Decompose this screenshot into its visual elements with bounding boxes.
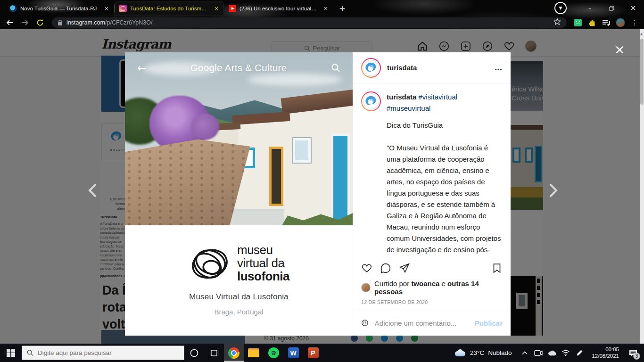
turisguia-favicon	[9, 5, 17, 12]
back-icon[interactable]	[4, 17, 16, 28]
media-control-icon[interactable]: ▼	[554, 2, 567, 14]
museum-logo-wordmark: museu virtual da lusofonia	[237, 243, 289, 283]
museum-info-panel: museu virtual da lusofonia Museu Virtual…	[125, 225, 353, 336]
caption-avatar[interactable]	[361, 91, 381, 111]
url-text: instagram.com/p/CFCzr6YpN3O/	[66, 19, 152, 26]
lock-icon	[58, 19, 63, 26]
playlist-extension-icon[interactable]	[601, 17, 612, 28]
post-photo: ← Google Arts & Culture	[125, 52, 353, 225]
wifi-icon[interactable]	[561, 347, 571, 359]
instagram-page: Instagram Pesquisar BOLETIM Este mês nos…	[0, 29, 644, 344]
onedrive-icon[interactable]	[547, 347, 557, 359]
forward-icon[interactable]	[19, 17, 31, 28]
tab-instagram-active[interactable]: TurisData: Estudos do Turismo (@ ×	[115, 1, 224, 16]
gac-search-icon[interactable]	[331, 63, 340, 73]
notification-badge: 3	[633, 353, 640, 360]
save-bookmark-icon[interactable]	[491, 263, 503, 274]
tab-strip: Novo TurisGuia — Turisdata-RJ × TurisDat…	[0, 0, 644, 16]
action-bar	[353, 257, 511, 279]
modal-close-icon[interactable]: ×	[614, 42, 625, 57]
taskbar-search-box[interactable]	[22, 346, 184, 360]
publish-button[interactable]: Publicar	[475, 319, 503, 327]
weather-widget[interactable]: 23°C Nublado	[454, 349, 512, 357]
bookmark-star-icon[interactable]	[553, 18, 561, 27]
system-tray: 23°C Nublado 00:05 12/08/2021 3	[454, 344, 644, 362]
like-heart-icon[interactable]	[361, 263, 372, 274]
file-explorer-button[interactable]	[244, 344, 264, 362]
start-button[interactable]	[0, 344, 22, 362]
clock-date: 12/08/2021	[592, 353, 619, 360]
browser-navbar: instagram.com/p/CFCzr6YpN3O/ ⋮	[0, 16, 644, 29]
meet-now-icon[interactable]	[533, 347, 544, 359]
blue-door	[331, 133, 350, 223]
bitmoji-extension-icon[interactable]	[572, 17, 584, 28]
taskbar-search-input[interactable]	[38, 349, 179, 356]
museum-location: Braga, Portugal	[125, 308, 353, 316]
instagram-favicon	[119, 5, 127, 12]
tab-close-icon[interactable]: ×	[213, 5, 220, 12]
post-options-icon[interactable]: …	[495, 63, 503, 72]
comment-icon[interactable]	[380, 263, 391, 274]
extensions-puzzle-icon[interactable]	[586, 17, 598, 28]
powerpoint-button[interactable]: P	[303, 344, 323, 362]
post-username[interactable]: turisdata	[387, 64, 417, 72]
previous-post-chevron[interactable]	[84, 181, 103, 200]
post-modal: ← Google Arts & Culture museu virtual da…	[125, 52, 511, 336]
tab-close-icon[interactable]: ×	[103, 5, 110, 12]
post-sidebar: turisdata … turisdata #visitavirtual #mu…	[353, 52, 511, 336]
word-icon: W	[288, 347, 299, 358]
comment-row: Publicar	[353, 310, 511, 336]
spotify-icon	[268, 347, 279, 358]
chrome-taskbar-button[interactable]	[224, 344, 244, 362]
taskbar-clock[interactable]: 00:05 12/08/2021	[592, 346, 619, 359]
powerpoint-icon: P	[308, 347, 319, 358]
address-bar[interactable]: instagram.com/p/CFCzr6YpN3O/	[52, 17, 567, 28]
task-view-button[interactable]	[204, 344, 224, 362]
next-post-chevron[interactable]	[543, 181, 562, 200]
avatar-ring[interactable]	[361, 58, 381, 78]
window-controls: ▼ – ×	[554, 0, 644, 16]
browser-profile-avatar[interactable]	[615, 17, 626, 28]
caption-text: turisdata #visitavirtual #museuvirtual D…	[387, 91, 503, 249]
tab-title: Novo TurisGuia — Turisdata-RJ	[20, 6, 99, 11]
post-date: 12 DE SETEMBRO DE 2020	[353, 296, 511, 310]
tab-youtube[interactable]: (236) Un esclusivo tour virtuale n ×	[224, 1, 333, 16]
caption-username[interactable]: turisdata	[387, 93, 416, 101]
restore-button[interactable]	[601, 1, 622, 15]
gac-title: Google Arts & Culture	[146, 62, 331, 74]
browser-menu-icon[interactable]: ⋮	[629, 17, 640, 28]
close-window-button[interactable]: ×	[622, 1, 644, 15]
museum-title: Museu Virtual da Lusofonia	[125, 292, 353, 302]
weather-temp: 23°C	[470, 349, 484, 356]
liker-avatar	[361, 283, 371, 292]
post-media[interactable]: ← Google Arts & Culture museu virtual da…	[125, 52, 353, 336]
page-scrollbar[interactable]: ▲	[640, 29, 644, 344]
tab-title: (236) Un esclusivo tour virtuale n	[239, 6, 319, 11]
liker-username: twoanca	[411, 280, 439, 288]
emoji-smiley-icon[interactable]	[361, 317, 369, 329]
scroll-up-icon[interactable]: ▲	[640, 32, 643, 36]
screen: Novo TurisGuia — Turisdata-RJ × TurisDat…	[0, 0, 644, 362]
minimize-button[interactable]: –	[579, 1, 601, 15]
share-plane-icon[interactable]	[399, 263, 410, 274]
clock-time: 00:05	[592, 346, 619, 353]
tab-turisguia[interactable]: Novo TurisGuia — Turisdata-RJ ×	[5, 1, 114, 16]
notification-center-button[interactable]: 3	[625, 344, 641, 362]
gac-header: ← Google Arts & Culture	[125, 52, 353, 83]
word-button[interactable]: W	[283, 344, 303, 362]
gac-back-icon[interactable]: ←	[137, 62, 146, 74]
pen-icon[interactable]	[574, 347, 585, 359]
scrollbar-thumb[interactable]	[640, 39, 644, 105]
reload-icon[interactable]	[34, 17, 46, 28]
comment-input[interactable]	[375, 319, 469, 327]
chrome-icon	[228, 347, 239, 359]
museum-logo-icon	[188, 241, 231, 285]
tab-close-icon[interactable]: ×	[322, 5, 330, 12]
caption-intro: Dica do TurisGuia	[387, 120, 503, 131]
likes-row[interactable]: Curtido por twoanca e outras 14 pessoas	[353, 279, 511, 296]
cortana-button[interactable]	[184, 344, 204, 362]
tray-expand-chevron[interactable]	[520, 347, 530, 359]
new-tab-button[interactable]: +	[339, 4, 346, 13]
spotify-button[interactable]	[264, 344, 283, 362]
weather-desc: Nublado	[488, 349, 512, 356]
